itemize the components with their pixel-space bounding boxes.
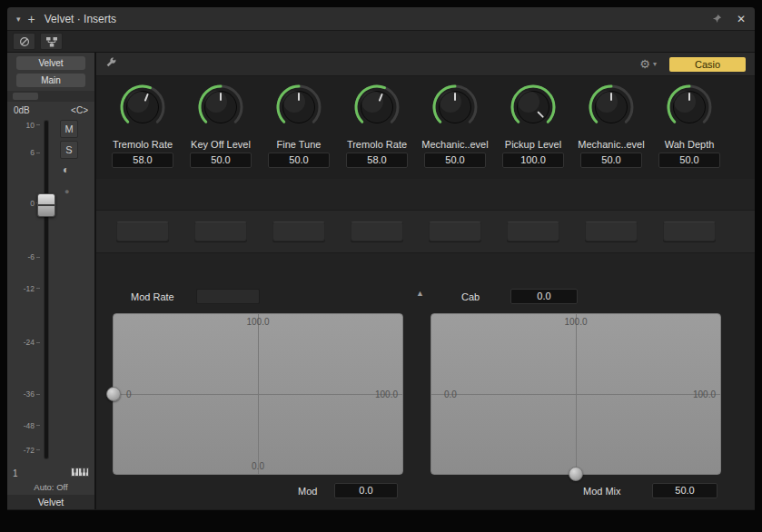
macro-knob-cell: Key Off Level 50.0 xyxy=(182,82,260,168)
fader-tick: -72 xyxy=(9,446,40,455)
mod-section: Mod Rate ▲ Cab 0.0 100.0 0 100.0 0.0 100… xyxy=(96,277,755,506)
body: Velvet Main 0dB <C> 1060-6-12-24-36-48-7… xyxy=(7,53,755,509)
fader-tick: 0 xyxy=(9,199,40,208)
plugin-window: ▾ + Velvet · Inserts ✕ Velvet Main xyxy=(7,7,755,510)
mod-value[interactable]: 0.0 xyxy=(334,483,398,498)
macro-button-slot[interactable] xyxy=(585,222,638,241)
keyboard-icon[interactable] xyxy=(71,468,89,478)
macro-button-slot[interactable] xyxy=(351,222,403,241)
fader-tick: -48 xyxy=(9,421,40,430)
gain-readout[interactable]: 0dB xyxy=(14,105,30,115)
knob-value[interactable]: 50.0 xyxy=(658,153,720,168)
sidebar-tab-main[interactable]: Main xyxy=(16,74,85,87)
mute-button[interactable]: M xyxy=(60,120,78,138)
cab-value[interactable]: 0.0 xyxy=(510,289,578,304)
channel-number: 1 xyxy=(13,468,18,478)
xy-pad[interactable]: 100.0 0 100.0 0.0 xyxy=(113,313,403,475)
pin-icon[interactable] xyxy=(712,11,722,27)
fader-tick: -12 xyxy=(9,284,40,293)
record-arm-icon[interactable]: ● xyxy=(64,187,69,196)
knob-value[interactable]: 58.0 xyxy=(112,153,173,168)
knob[interactable] xyxy=(508,82,559,136)
routing-icon[interactable] xyxy=(40,33,63,50)
mod-rate-label: Mod Rate xyxy=(131,291,174,302)
close-icon[interactable]: ✕ xyxy=(737,13,746,25)
macro-knob-cell: Tremolo Rate 58.0 xyxy=(104,82,182,168)
knob[interactable] xyxy=(195,82,246,136)
automation-mode[interactable]: Auto: Off xyxy=(7,480,94,493)
pad-right-label: 100.0 xyxy=(693,389,716,399)
fader-tick: 10 xyxy=(9,121,40,130)
knob[interactable] xyxy=(664,82,715,136)
macro-knob-cell: Mechanic..evel 50.0 xyxy=(416,82,494,168)
pad-left-label: 0 xyxy=(126,389,132,399)
knob-label: Tremolo Rate xyxy=(347,139,407,150)
screen: ▾ + Velvet · Inserts ✕ Velvet Main xyxy=(0,0,762,532)
layer-strip[interactable] xyxy=(7,91,94,102)
macro-button-slot[interactable] xyxy=(272,222,325,241)
pad-top-label: 100.0 xyxy=(246,317,269,327)
knob-value[interactable]: 50.0 xyxy=(190,153,252,168)
mod-mix-label: Mod Mix xyxy=(583,486,621,497)
pad-bottom-label: 0.0 xyxy=(252,461,264,471)
knob-value[interactable]: 100.0 xyxy=(502,153,564,168)
knob-label: Tremolo Rate xyxy=(113,139,173,150)
knob[interactable] xyxy=(430,82,480,136)
gear-icon[interactable]: ⚙ xyxy=(639,57,650,71)
macro-button-slot[interactable] xyxy=(507,222,559,241)
wrench-icon[interactable] xyxy=(105,56,117,73)
fader-tick: -36 xyxy=(9,389,40,399)
preset-badge[interactable]: Casio xyxy=(669,57,746,72)
gear-dropdown-icon[interactable]: ▾ xyxy=(653,60,657,68)
knob-value[interactable]: 50.0 xyxy=(580,153,642,168)
knob-label: Fine Tune xyxy=(277,139,322,150)
fader-tick: 6 xyxy=(9,148,40,157)
layer-tab[interactable] xyxy=(13,93,38,100)
macro-knob-cell: Wah Depth 50.0 xyxy=(650,82,728,168)
sidebar-tab-velvet[interactable]: Velvet xyxy=(16,56,85,70)
fader-slot[interactable] xyxy=(45,121,48,458)
solo-button[interactable]: S xyxy=(60,141,78,159)
knob[interactable] xyxy=(273,82,324,136)
knob[interactable] xyxy=(351,82,402,136)
channel-name: Velvet xyxy=(7,495,94,509)
mod-label: Mod xyxy=(298,486,317,497)
knob-row: Tremolo Rate 58.0 Key Off Level 50.0 Fin… xyxy=(96,76,755,179)
pad-top-label: 100.0 xyxy=(564,317,587,327)
knob-value[interactable]: 50.0 xyxy=(424,153,486,168)
knob-label: Mechanic..evel xyxy=(578,139,644,150)
pad-left-label: 0.0 xyxy=(444,389,457,399)
collapse-caret-icon[interactable]: ▾ xyxy=(16,15,21,24)
xy-pad-handle[interactable] xyxy=(569,467,583,481)
macro-button-slot[interactable] xyxy=(663,222,716,241)
add-icon[interactable]: + xyxy=(28,13,35,25)
window-title: Velvet · Inserts xyxy=(45,13,116,25)
pan-readout[interactable]: <C> xyxy=(71,105,88,115)
macro-button-slot[interactable] xyxy=(116,222,169,241)
cab-label: Cab xyxy=(461,291,480,302)
mod-rate-value[interactable] xyxy=(196,289,260,304)
channel-sidebar: Velvet Main 0dB <C> 1060-6-12-24-36-48-7… xyxy=(7,53,94,509)
macro-button-slot[interactable] xyxy=(194,222,247,241)
macro-button-slot[interactable] xyxy=(429,222,481,241)
fader-handle[interactable] xyxy=(37,193,55,217)
bypass-icon[interactable] xyxy=(13,33,35,50)
xy-pad[interactable]: 100.0 0.0 100.0 xyxy=(430,313,721,475)
knob-label: Wah Depth xyxy=(665,139,715,150)
knob-label: Mechanic..evel xyxy=(421,139,488,150)
macro-header: ⚙ ▾ Casio xyxy=(96,53,755,76)
knob-value[interactable]: 58.0 xyxy=(346,153,408,168)
titlebar: ▾ + Velvet · Inserts ✕ xyxy=(7,7,755,31)
macro-knob-cell: Fine Tune 50.0 xyxy=(260,82,338,168)
knob[interactable] xyxy=(117,82,168,136)
stereo-icon[interactable]: ◐ xyxy=(63,163,69,176)
fader-tick: -24 xyxy=(9,338,40,347)
macro-knob-cell: Mechanic..evel 50.0 xyxy=(572,82,650,168)
knob[interactable] xyxy=(586,82,637,136)
panel-collapse-icon[interactable]: ▲ xyxy=(416,289,424,298)
fader-zone: 1060-6-12-24-36-48-72 M S ◐ ● xyxy=(7,118,94,466)
mod-mix-value[interactable]: 50.0 xyxy=(652,483,717,498)
knob-label: Key Off Level xyxy=(191,139,251,150)
knob-value[interactable]: 50.0 xyxy=(268,153,330,168)
xy-pad-handle[interactable] xyxy=(106,387,121,401)
